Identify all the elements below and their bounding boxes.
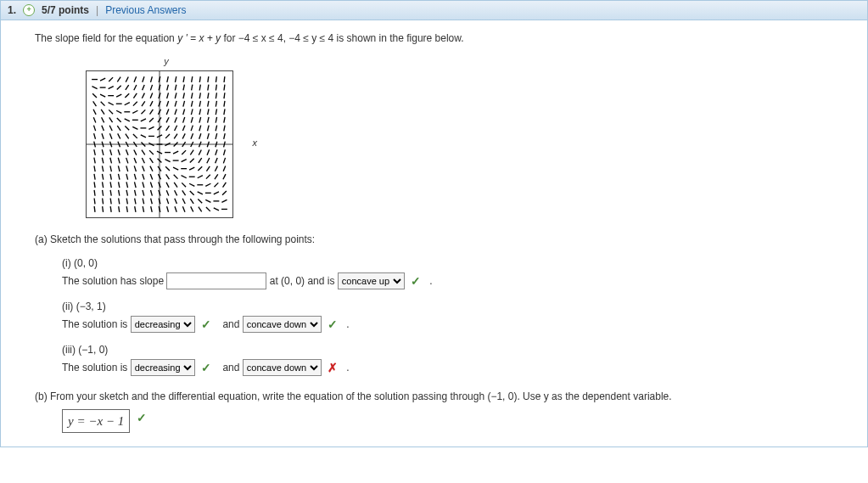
svg-line-77 — [126, 149, 128, 154]
svg-line-5 — [94, 182, 95, 188]
svg-line-64 — [117, 117, 121, 121]
svg-line-89 — [135, 189, 136, 195]
svg-line-14 — [93, 109, 96, 114]
svg-line-137 — [151, 76, 153, 82]
svg-line-205 — [183, 76, 184, 82]
svg-line-36 — [110, 206, 111, 212]
svg-line-55 — [119, 189, 120, 195]
svg-line-90 — [134, 182, 136, 188]
svg-line-65 — [116, 110, 121, 113]
svg-line-202 — [183, 100, 185, 106]
svg-line-93 — [134, 157, 137, 162]
svg-line-256 — [208, 76, 209, 82]
a-iii-t2: and — [220, 361, 243, 373]
svg-line-72 — [126, 189, 127, 195]
svg-line-211 — [189, 167, 194, 170]
a-iii-select1[interactable]: decreasing — [131, 359, 195, 376]
previous-answers-link[interactable]: Previous Answers — [105, 4, 186, 16]
svg-line-67 — [116, 94, 121, 97]
check-icon: ✓ — [201, 361, 211, 374]
svg-line-80 — [125, 126, 129, 130]
svg-line-161 — [165, 159, 170, 161]
svg-line-3 — [94, 198, 95, 204]
svg-line-212 — [190, 158, 194, 162]
svg-line-21 — [103, 189, 104, 195]
prompt-eq: y ' = x + y — [177, 32, 221, 44]
a-i-select[interactable]: concave up — [338, 272, 405, 289]
part-b: (b) From your sketch and the differentia… — [35, 389, 842, 434]
svg-line-201 — [183, 109, 185, 115]
svg-line-54 — [119, 198, 120, 204]
svg-line-46 — [109, 125, 112, 130]
a-iii-line: The solution is decreasing ✓ and concave… — [62, 359, 842, 377]
svg-line-215 — [191, 133, 193, 138]
svg-line-282 — [224, 141, 226, 147]
svg-line-48 — [109, 110, 113, 114]
svg-line-37 — [110, 198, 111, 204]
svg-line-185 — [175, 100, 176, 106]
question-header: 1. + 5/7 points | Previous Answers — [1, 1, 867, 20]
svg-line-245 — [206, 166, 210, 171]
check-icon: ✓ — [201, 317, 211, 331]
svg-line-86 — [126, 76, 128, 81]
svg-line-169 — [167, 93, 169, 98]
svg-line-252 — [208, 109, 209, 115]
a-ii-t2: and — [220, 317, 243, 329]
svg-line-128 — [149, 150, 154, 154]
svg-line-35 — [100, 78, 105, 81]
svg-line-110 — [142, 158, 144, 163]
a-i-t1: The solution has slope — [62, 274, 166, 286]
svg-line-92 — [134, 166, 136, 171]
svg-line-234 — [199, 116, 201, 122]
svg-line-255 — [208, 84, 209, 90]
svg-line-12 — [93, 125, 95, 131]
svg-line-166 — [166, 117, 169, 122]
svg-line-40 — [110, 173, 111, 179]
svg-line-121 — [151, 206, 152, 212]
svg-line-239 — [199, 76, 200, 82]
svg-line-103 — [134, 76, 137, 81]
svg-line-273 — [216, 76, 216, 82]
svg-line-279 — [223, 166, 226, 171]
svg-line-188 — [175, 76, 176, 82]
prompt-range: −4 ≤ x ≤ 4, −4 ≤ y ≤ 4 — [238, 32, 333, 44]
svg-line-106 — [143, 189, 144, 195]
check-icon: ✓ — [411, 274, 421, 288]
svg-line-7 — [94, 166, 95, 171]
svg-line-159 — [166, 174, 170, 179]
svg-line-27 — [102, 141, 104, 147]
svg-line-30 — [102, 117, 104, 122]
svg-line-4 — [94, 189, 95, 195]
svg-line-23 — [102, 173, 103, 179]
svg-line-158 — [166, 182, 169, 187]
svg-line-259 — [214, 191, 219, 194]
svg-line-119 — [143, 84, 145, 89]
a-iii-t3: . — [346, 361, 349, 373]
svg-line-60 — [118, 149, 120, 155]
part-b-answer-box[interactable]: y = −x − 1 — [62, 409, 130, 434]
a-iii-select2[interactable]: concave down — [243, 359, 322, 376]
svg-line-20 — [103, 198, 104, 204]
a-ii-select1[interactable]: decreasing — [131, 316, 195, 333]
svg-line-184 — [175, 109, 176, 115]
svg-line-172 — [175, 206, 176, 212]
svg-line-213 — [190, 149, 193, 154]
svg-line-289 — [224, 84, 225, 90]
svg-line-74 — [126, 173, 128, 179]
slope-field-svg — [86, 70, 233, 218]
svg-line-229 — [199, 158, 202, 163]
a-ii-select2[interactable]: concave down — [243, 316, 322, 333]
a-ii-line: The solution is decreasing ✓ and concave… — [62, 316, 842, 334]
svg-line-218 — [191, 109, 193, 115]
svg-line-235 — [199, 109, 200, 115]
problem-statement: The slope field for the equation y ' = x… — [35, 31, 842, 46]
svg-line-6 — [94, 173, 95, 179]
svg-line-87 — [135, 206, 136, 212]
svg-line-290 — [224, 76, 225, 82]
svg-line-122 — [151, 198, 153, 204]
plus-icon[interactable]: + — [23, 4, 35, 16]
svg-line-85 — [126, 85, 129, 90]
a-iii-t1: The solution is — [62, 361, 131, 373]
a-i-input[interactable] — [166, 272, 266, 289]
svg-line-250 — [207, 125, 209, 131]
